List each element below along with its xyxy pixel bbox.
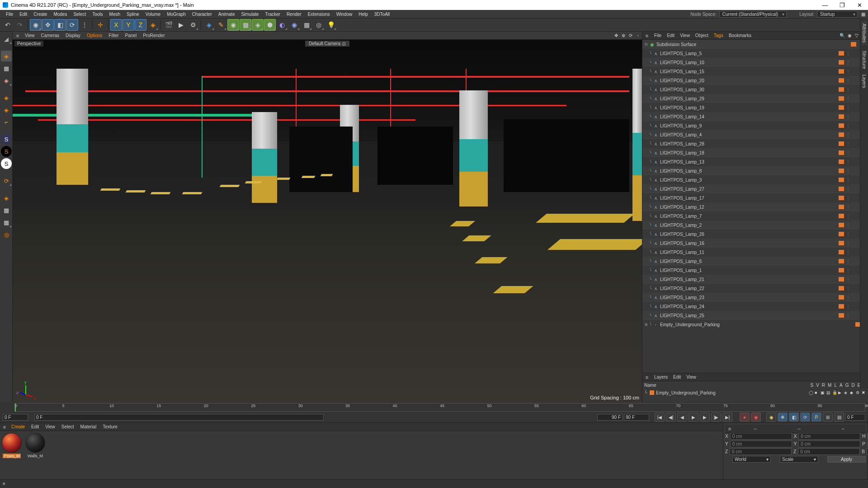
add-mograph[interactable]: ⬢ <box>264 19 276 31</box>
layer-swatch[interactable] <box>839 268 844 272</box>
status-menu-icon[interactable]: ≡ <box>3 481 5 486</box>
layer-swatch[interactable] <box>839 60 844 65</box>
mat-edit[interactable]: Edit <box>28 424 42 429</box>
object-name[interactable]: LIGHTPOS_Lamp_14 <box>660 114 837 119</box>
material-item[interactable]: Pipes_M <box>2 433 22 458</box>
mat-texture[interactable]: Texture <box>99 424 121 429</box>
pos-x-input[interactable] <box>730 433 792 440</box>
minimize-button[interactable]: — <box>816 0 834 10</box>
layer-anim-icon[interactable]: ▶ <box>838 390 843 395</box>
layer-swatch[interactable] <box>839 241 844 245</box>
edge-tab-attributes[interactable]: Attributes <box>861 21 867 45</box>
layer-swatch[interactable] <box>839 223 844 227</box>
prev-frame-button[interactable]: ◀ <box>677 413 687 422</box>
add-cube[interactable]: ◈ <box>203 19 215 31</box>
vp-menu-view[interactable]: View <box>22 33 38 38</box>
keyframe-sel-button[interactable]: ◉ <box>766 413 776 422</box>
layers-view[interactable]: View <box>684 375 699 380</box>
layer-swatch[interactable] <box>839 105 844 110</box>
render-pv[interactable]: ▶ <box>175 19 187 31</box>
layer-swatch[interactable] <box>839 313 844 318</box>
add-spline[interactable]: ✎ <box>215 19 227 31</box>
expand-icon[interactable]: ⊞ <box>643 323 649 327</box>
coord-menu-icon[interactable]: ≡ <box>726 426 733 432</box>
key-pos-button[interactable]: ✥ <box>778 413 788 422</box>
object-name[interactable]: LIGHTPOS_Lamp_27 <box>660 187 837 192</box>
layer-swatch[interactable] <box>839 196 844 200</box>
render-view[interactable]: 🎬 <box>163 19 175 31</box>
timeline-end2-input[interactable] <box>624 414 649 421</box>
layer-swatch[interactable] <box>839 123 844 128</box>
model-mode[interactable]: ◈ <box>1 51 12 61</box>
add-camera[interactable]: ▦ <box>301 19 312 31</box>
obj-search-icon[interactable]: 🔍 <box>839 33 845 39</box>
object-name[interactable]: LIGHTPOS_Lamp_30 <box>660 87 837 92</box>
goto-start-button[interactable]: |◀ <box>655 413 665 422</box>
vp-menu-prorender[interactable]: ProRender <box>140 33 168 38</box>
object-name[interactable]: LIGHTPOS_Lamp_25 <box>660 313 837 318</box>
layer-swatch[interactable] <box>839 114 844 119</box>
layer-swatch[interactable] <box>839 304 844 309</box>
obj-tab-view[interactable]: View <box>677 33 693 38</box>
layer-swatch[interactable] <box>839 87 844 92</box>
object-name[interactable]: LIGHTPOS_Lamp_22 <box>660 286 837 291</box>
vp-menu-icon[interactable]: ≡ <box>14 33 22 39</box>
goto-nextkey-button[interactable]: |▶ <box>711 413 721 422</box>
object-name[interactable]: LIGHTPOS_Lamp_7 <box>660 214 837 219</box>
menu-edit[interactable]: Edit <box>16 12 30 17</box>
object-name[interactable]: Empty_Underground_Parking <box>660 322 854 327</box>
close-button[interactable]: ✕ <box>851 0 868 10</box>
layer-swatch[interactable] <box>839 141 844 146</box>
texture-mode[interactable]: ▦ <box>1 63 12 74</box>
pos-z-input[interactable] <box>730 448 792 455</box>
record-button[interactable]: ● <box>740 413 750 422</box>
object-name[interactable]: LIGHTPOS_Lamp_6 <box>660 259 837 264</box>
layer-swatch[interactable] <box>839 277 844 282</box>
maximize-button[interactable]: ❐ <box>834 0 851 10</box>
scale-dropdown[interactable]: Scale▾ <box>780 456 818 463</box>
mat-menu-icon[interactable]: ≡ <box>1 424 8 430</box>
size-x-input[interactable] <box>798 433 860 440</box>
enable-axis[interactable]: S <box>1 134 12 145</box>
size-z-input[interactable] <box>798 448 860 455</box>
vp-menu-panel[interactable]: Panel <box>122 33 140 38</box>
layer-solo-icon[interactable]: ◯ <box>809 390 813 395</box>
menu-character[interactable]: Character <box>189 12 215 17</box>
pos-y-input[interactable] <box>730 441 792 447</box>
layer-swatch[interactable] <box>839 250 844 254</box>
layer-swatch[interactable] <box>839 214 844 218</box>
axis-tool[interactable]: ✛ <box>94 19 106 31</box>
layer-color-swatch[interactable] <box>650 390 654 395</box>
enable-axis2[interactable]: S <box>1 146 12 157</box>
layer-mgr-icon[interactable]: ▤ <box>826 390 831 395</box>
layers-menu-icon[interactable]: ≡ <box>643 374 651 380</box>
object-name[interactable]: LIGHTPOS_Lamp_29 <box>660 96 837 101</box>
object-name[interactable]: LIGHTPOS_Lamp_1 <box>660 268 837 273</box>
world-dropdown[interactable]: World▾ <box>732 456 771 463</box>
key-pla-button[interactable]: ⊞ <box>823 413 833 422</box>
vp-maximize-icon[interactable]: ▫ <box>635 33 641 39</box>
apply-button[interactable]: Apply <box>827 456 866 463</box>
object-name[interactable]: LIGHTPOS_Lamp_3 <box>660 178 837 183</box>
coord-system[interactable]: ◈ <box>147 19 159 31</box>
key-param-button[interactable]: P <box>811 413 821 422</box>
vp-pan-icon[interactable]: ✥ <box>613 33 619 39</box>
menu-tools[interactable]: Tools <box>89 12 106 17</box>
expand-icon[interactable]: ⊟ <box>643 42 649 47</box>
timeline-end3-input[interactable] <box>845 414 865 421</box>
add-generator[interactable]: ◉ <box>227 19 239 31</box>
layer-expr-icon[interactable]: ⚙ <box>856 390 860 395</box>
add-volume[interactable]: ◈ <box>252 19 264 31</box>
make-editable[interactable]: ◢ <box>1 33 12 44</box>
menu-volume[interactable]: Volume <box>142 12 164 17</box>
menu-help[interactable]: Help <box>355 12 371 17</box>
layer-swatch[interactable] <box>839 232 844 236</box>
play-button[interactable]: ▶ <box>689 413 698 422</box>
layer-def-icon[interactable]: ◆ <box>850 390 854 395</box>
add-environment[interactable]: ◉ <box>288 19 300 31</box>
menu-modes[interactable]: Modes <box>50 12 70 17</box>
layer-swatch[interactable] <box>839 259 844 263</box>
size-y-input[interactable] <box>798 441 860 447</box>
add-light[interactable]: 💡 <box>325 19 337 31</box>
object-name[interactable]: LIGHTPOS_Lamp_11 <box>660 250 837 255</box>
